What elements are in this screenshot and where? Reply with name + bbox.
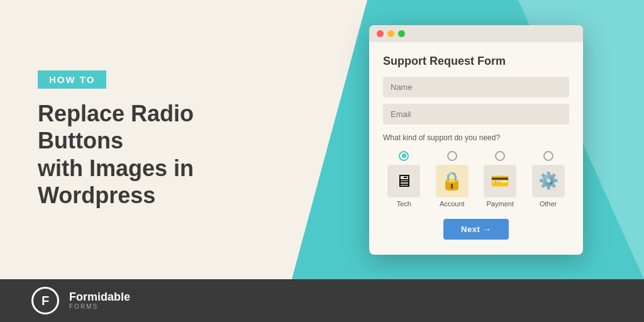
tech-icon: 🖥 (395, 170, 413, 191)
brand-sub: FORMS (69, 303, 130, 310)
browser-window: Support Request Form What kind of suppor… (369, 25, 583, 255)
logo-text: Formidable FORMS (69, 291, 130, 311)
payment-label: Payment (487, 200, 514, 208)
name-input[interactable] (383, 77, 569, 97)
account-label: Account (440, 200, 465, 208)
brand-name: Formidable (69, 291, 130, 304)
dot-green[interactable] (398, 30, 405, 37)
title-line2: with Images in Wordpress (38, 155, 194, 208)
browser-titlebar (369, 25, 583, 42)
tech-label: Tech (397, 200, 411, 208)
form-title: Support Request Form (383, 55, 569, 68)
logo-circle: F (31, 287, 59, 314)
main-title: Replace Radio Buttons with Images in Wor… (38, 100, 277, 209)
payment-icon: 💳 (491, 172, 509, 190)
main-content: HOW TO Replace Radio Buttons with Images… (0, 0, 644, 279)
other-label: Other (540, 200, 557, 208)
right-panel: Support Request Form What kind of suppor… (314, 0, 644, 279)
title-line1: Replace Radio Buttons (38, 101, 194, 153)
option-other[interactable]: ⚙️ Other (532, 151, 565, 208)
other-icon: ⚙️ (538, 171, 558, 191)
logo-letter: F (42, 294, 49, 308)
payment-icon-box: 💳 (484, 165, 516, 197)
next-button[interactable]: Next → (443, 219, 509, 240)
other-icon-box: ⚙️ (532, 165, 565, 197)
option-account[interactable]: 🔒 Account (436, 151, 469, 208)
radio-other[interactable] (543, 151, 553, 161)
browser-body: Support Request Form What kind of suppor… (369, 42, 583, 255)
tech-icon-box: 🖥 (387, 165, 420, 197)
email-input[interactable] (383, 104, 569, 125)
dot-red[interactable] (377, 30, 384, 37)
radio-tech[interactable] (399, 151, 409, 161)
account-icon-box: 🔒 (436, 165, 469, 197)
left-panel: HOW TO Replace Radio Buttons with Images… (0, 0, 314, 279)
account-icon: 🔒 (441, 170, 463, 191)
how-to-badge: HOW TO (38, 70, 106, 89)
radio-payment[interactable] (495, 151, 505, 161)
option-tech[interactable]: 🖥 Tech (387, 151, 420, 208)
radio-options: 🖥 Tech 🔒 Account (383, 151, 569, 208)
radio-account[interactable] (447, 151, 457, 161)
option-payment[interactable]: 💳 Payment (484, 151, 516, 208)
bottom-bar: F Formidable FORMS (0, 279, 644, 322)
dot-yellow[interactable] (387, 30, 394, 37)
support-question: What kind of support do you need? (383, 133, 569, 142)
